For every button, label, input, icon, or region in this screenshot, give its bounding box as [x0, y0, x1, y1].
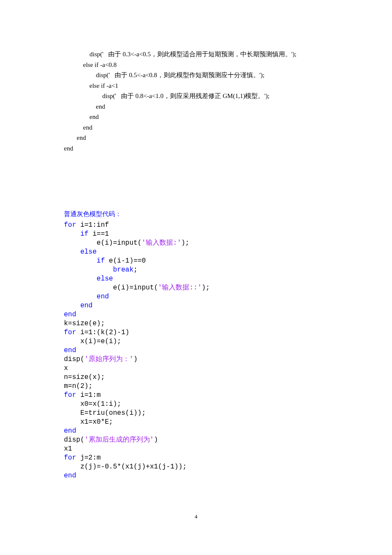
code-line: if i==1 — [64, 230, 328, 239]
code-line: end — [64, 143, 328, 154]
page-content: disp(' 由于 0.3<-a<0.5，则此模型适合用于短期预测，中长期预测慎… — [0, 0, 392, 506]
code-line: for i=1:(k(2)-1) — [64, 328, 328, 337]
code-line: m=n(2); — [64, 382, 328, 391]
code-line: x(i)=e(i); — [64, 337, 328, 346]
code-line: disp('累加后生成的序列为') — [64, 436, 328, 445]
section-title: 普通灰色模型代码： — [64, 209, 328, 219]
code-line: disp(' 由于 0.8<-a<1.0，则应采用残差修正 GM(1,1)模型。… — [64, 91, 328, 101]
code-line: x1 — [64, 445, 328, 454]
code-line: else — [64, 248, 328, 257]
code-line: else if -a<1 — [64, 81, 328, 91]
page-number: 4 — [0, 513, 392, 520]
code-line: n=size(x); — [64, 373, 328, 382]
code-line: else — [64, 275, 328, 283]
code-line: end — [64, 427, 328, 436]
code-line: k=size(e); — [64, 319, 328, 328]
code-line: end — [64, 133, 328, 143]
code-line: disp(' 由于 0.5<-a<0.8，则此模型作短期预测应十分谨慎。'); — [64, 70, 328, 81]
code-line: x1=x0*E; — [64, 418, 328, 427]
code-line: z(j)=-0.5*(x1(j)+x1(j-1)); — [64, 462, 328, 471]
code-line: x — [64, 364, 328, 373]
code-line: disp(' 由于 0.3<-a<0.5，则此模型适合用于短期预测，中长期预测慎… — [64, 49, 328, 60]
code-line: for i=1:m — [64, 391, 328, 400]
code-line: else if -a<0.8 — [64, 60, 328, 70]
code-line: end — [64, 112, 328, 122]
code-line: end — [64, 101, 328, 112]
code-line: break; — [64, 266, 328, 275]
code-line: end — [64, 292, 328, 301]
code-line: for j=2:m — [64, 454, 328, 462]
code-line: x0=x(1:i); — [64, 400, 328, 409]
code-line: e(i)=input('输入数据::'); — [64, 283, 328, 292]
code-line: end — [64, 310, 328, 319]
code-line: end — [64, 346, 328, 355]
code-line: end — [64, 471, 328, 480]
code-line: end — [64, 301, 328, 310]
code-line: E=triu(ones(i)); — [64, 409, 328, 418]
code-line: e(i)=input('输入数据:'); — [64, 239, 328, 248]
code-line: end — [64, 122, 328, 133]
code-line: for i=1:inf — [64, 221, 328, 230]
code-line: if e(i-1)==0 — [64, 257, 328, 266]
code-line: disp('原始序列为：') — [64, 355, 328, 364]
